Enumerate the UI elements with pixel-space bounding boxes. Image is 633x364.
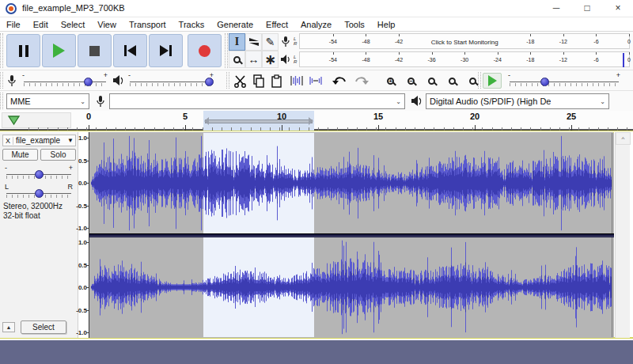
cut-button[interactable] — [231, 72, 249, 89]
playback-meter[interactable]: LR -54-48-42-36-30-24-18-12-60 — [280, 51, 630, 68]
undo-icon — [332, 75, 348, 87]
track-name[interactable]: file_example — [13, 136, 60, 145]
meter-db-label: -30 — [461, 57, 468, 63]
redo-button[interactable] — [351, 72, 370, 89]
gain-thumb[interactable] — [35, 170, 44, 179]
minimize-button[interactable]: ─ — [541, 0, 571, 17]
zoom-tool-button[interactable] — [229, 51, 245, 68]
selection-tool-button[interactable]: I — [229, 33, 245, 51]
menu-view[interactable]: View — [91, 18, 123, 31]
collapse-track-button[interactable]: ▲ — [2, 322, 15, 332]
record-volume-slider[interactable]: - + — [24, 74, 106, 89]
ruler-major-tick — [89, 125, 89, 131]
transport-grip[interactable] — [0, 33, 3, 68]
recording-device-select[interactable]: ⌄ — [109, 93, 405, 109]
edit-grip[interactable] — [226, 72, 229, 89]
close-button[interactable]: × — [603, 0, 633, 17]
menu-transport[interactable]: Transport — [123, 18, 172, 31]
menu-file[interactable]: File — [0, 18, 27, 31]
paste-button[interactable] — [267, 72, 286, 89]
stop-button[interactable] — [78, 34, 112, 67]
timeline-ruler[interactable]: 0510152025 — [0, 111, 633, 131]
silence-audio-icon — [309, 74, 323, 87]
track-area: X file_example ▼ Mute Solo - + L R Stere… — [0, 131, 633, 339]
multi-tool-button[interactable]: ∗ — [262, 51, 279, 68]
meter-db-label: -6 — [593, 57, 598, 63]
gain-min-label: - — [5, 164, 7, 172]
record-icon — [199, 45, 210, 57]
audio-host-select[interactable]: MME⌄ — [6, 93, 89, 109]
undo-button[interactable] — [331, 72, 349, 89]
gain-slider[interactable]: - + — [6, 167, 71, 181]
pan-slider[interactable]: L R — [6, 186, 71, 200]
waveform-display[interactable] — [89, 132, 614, 338]
zoom-in-button[interactable]: + — [381, 72, 400, 89]
track-close-button[interactable]: X — [3, 137, 13, 145]
select-track-button[interactable]: Select — [21, 320, 66, 334]
play-speed-slider[interactable]: - + — [510, 74, 619, 89]
track-format-info: Stereo, 32000Hz — [3, 202, 63, 210]
speed-grip[interactable] — [478, 72, 481, 89]
zoom-out-button[interactable]: − — [402, 72, 420, 89]
envelope-icon — [248, 37, 260, 47]
mixer-grip[interactable] — [0, 72, 3, 89]
fit-project-button[interactable] — [443, 72, 461, 89]
playback-meter-bar[interactable]: -54-48-42-36-30-24-18-12-60 — [299, 51, 630, 67]
ruler-label: 20 — [470, 112, 479, 121]
play-button[interactable] — [42, 34, 76, 67]
maximize-button[interactable]: □ — [572, 0, 602, 17]
silence-audio-button[interactable] — [306, 72, 324, 89]
record-volume-min-label: - — [22, 71, 25, 79]
scroll-up-arrow-icon[interactable]: ^ — [616, 132, 631, 145]
stop-icon — [89, 46, 100, 56]
waveform-channel-left[interactable] — [89, 133, 614, 233]
record-button[interactable] — [188, 34, 222, 67]
envelope-tool-button[interactable] — [245, 33, 262, 51]
monitoring-text[interactable]: Click to Start Monitoring — [429, 39, 501, 46]
scale-label: -0.5 — [76, 202, 87, 209]
recording-meter-bar[interactable]: Click to Start Monitoring -54-48-42-18-1… — [299, 33, 630, 49]
meter-tick — [366, 52, 366, 55]
play-at-speed-button[interactable] — [483, 73, 502, 89]
scissors-icon — [233, 74, 247, 88]
ruler-major-tick — [378, 125, 379, 131]
trim-audio-button[interactable] — [287, 72, 305, 89]
pan-thumb[interactable] — [35, 189, 44, 198]
skip-to-start-button[interactable] — [113, 34, 147, 67]
playback-volume-thumb[interactable] — [205, 78, 214, 86]
menu-select[interactable]: Select — [55, 18, 92, 31]
menu-generate[interactable]: Generate — [210, 18, 260, 31]
draw-tool-button[interactable]: ✎ — [262, 33, 279, 51]
meter-db-label: -24 — [494, 57, 502, 63]
fit-selection-button[interactable] — [423, 72, 441, 89]
track-menu-caret-icon[interactable]: ▼ — [67, 137, 75, 144]
menu-edit[interactable]: Edit — [27, 18, 55, 31]
workspace-background — [0, 340, 633, 364]
tools-grip[interactable] — [225, 33, 228, 68]
playback-device-select[interactable]: Digital Audio (S/PDIF) (High De⌄ — [426, 93, 609, 109]
recording-meter[interactable]: LR Click to Start Monitoring -54-48-42-1… — [280, 32, 630, 50]
device-grip[interactable] — [0, 93, 3, 109]
menu-effect[interactable]: Effect — [260, 18, 294, 31]
track-name-plate[interactable]: X file_example ▼ — [2, 135, 76, 146]
recording-device-mic-icon — [95, 95, 105, 108]
menu-help[interactable]: Help — [371, 18, 402, 31]
timeshift-tool-button[interactable]: ↔ — [245, 51, 262, 68]
ruler-label: 5 — [183, 112, 188, 121]
solo-button[interactable]: Solo — [40, 149, 76, 161]
mute-button[interactable]: Mute — [2, 149, 38, 161]
playback-volume-slider[interactable]: - + — [130, 74, 212, 89]
skip-end-icon — [160, 45, 172, 56]
vertical-scrollbar[interactable]: ^ — [615, 132, 630, 338]
vertical-scale-ruler[interactable]: 1.00.50.0-0.5-1.01.00.50.0-0.5-1.0 — [78, 132, 89, 338]
skip-to-end-button[interactable] — [149, 34, 183, 67]
menu-tracks[interactable]: Tracks — [172, 18, 211, 31]
menu-analyze[interactable]: Analyze — [294, 18, 338, 31]
pause-button[interactable] — [6, 34, 40, 67]
copy-button[interactable] — [249, 72, 267, 89]
waveform-channel-right[interactable] — [89, 237, 614, 337]
ruler-marks: 0510152025 — [0, 111, 633, 131]
scale-label: -1.0 — [76, 225, 87, 232]
track-control-panel[interactable]: X file_example ▼ Mute Solo - + L R Stere… — [0, 132, 78, 338]
menu-tools[interactable]: Tools — [338, 18, 371, 31]
